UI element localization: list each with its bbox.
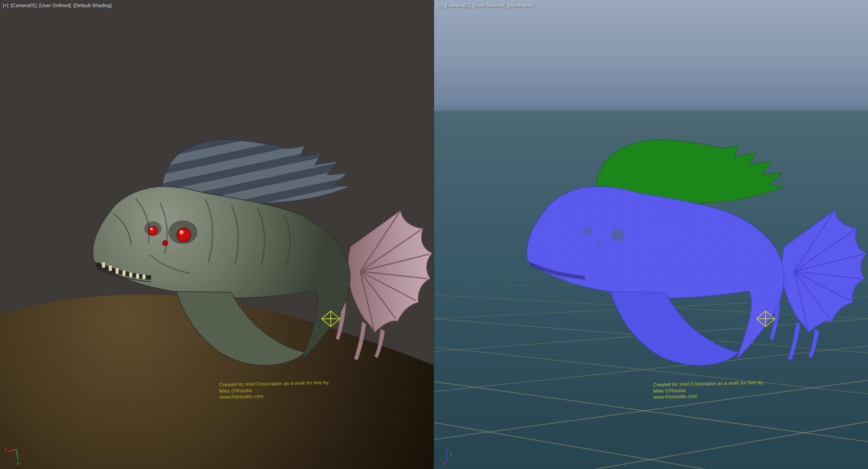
world-axis-tripod: x y [4, 444, 25, 465]
world-axis-tripod: y [439, 444, 460, 466]
viewport-pov-menu[interactable]: [User Defined] [473, 3, 505, 8]
viewport-wireframe[interactable]: [+] [Camera01] [User Defined] [Wireframe… [434, 0, 868, 469]
fish-eye-highlight [180, 230, 184, 234]
viewport-label-bar: [+] [Camera01] [User Defined] [Wireframe… [437, 3, 533, 8]
fish-eye-small [162, 240, 168, 246]
watermark-text: Created for Intel Corporation as a work … [653, 379, 765, 400]
watermark-text: Created for Intel Corporation as a work … [219, 379, 331, 400]
y-axis-label: y [449, 452, 453, 457]
viewport-shaded[interactable]: [+] [Camera01] [User Defined] [Default S… [0, 0, 434, 469]
fish-eye-small [597, 241, 601, 245]
viewport-divider [434, 0, 434, 469]
fish-eye-large [611, 229, 624, 241]
x-axis-label: x [4, 447, 7, 452]
fish-eye-medium [148, 226, 157, 235]
fish-lower-fin[interactable] [611, 291, 739, 365]
y-axis-line [16, 449, 18, 460]
viewport-camera-menu[interactable]: [Camera01] [11, 3, 37, 8]
x-axis-line [442, 463, 447, 464]
fish-eye-medium [583, 227, 591, 235]
shaded-scene-canvas[interactable] [0, 0, 434, 469]
fish-eye-highlight [150, 228, 153, 230]
fish-model[interactable] [527, 140, 866, 365]
viewport-label-bar: [+] [Camera01] [User Defined] [Default S… [3, 3, 112, 8]
viewport-camera-menu[interactable]: [Camera01] [445, 3, 471, 8]
viewport-general-menu[interactable]: [+] [437, 3, 443, 8]
viewport-pov-menu[interactable]: [User Defined] [39, 3, 71, 8]
viewport-general-menu[interactable]: [+] [3, 3, 9, 8]
viewport-shading-menu[interactable]: [Wireframe] [507, 3, 533, 8]
wireframe-scene-canvas[interactable] [434, 0, 868, 469]
y-axis-label: y [16, 460, 20, 465]
x-axis-line [7, 449, 16, 452]
viewport-shading-menu[interactable]: [Default Shading] [73, 3, 111, 8]
fish-eye-large [177, 228, 191, 242]
